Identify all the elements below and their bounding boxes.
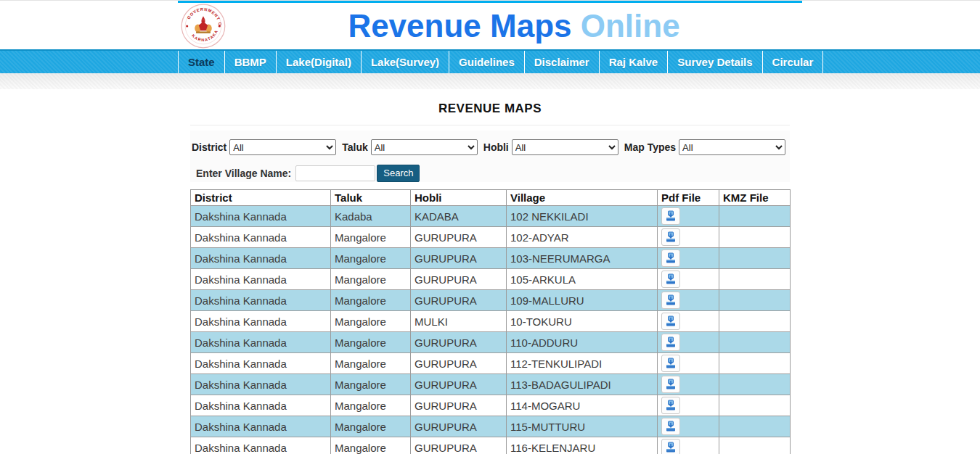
table-row: Dakshina KannadaMangaloreGURUPURA115-MUT… — [191, 416, 791, 437]
hobli-cell: KADABA — [411, 206, 507, 227]
column-header-village: Village — [507, 190, 658, 206]
village-cell: 103-NEERUMARGA — [507, 248, 658, 269]
pdf-download-icon[interactable] — [661, 271, 680, 288]
village-cell: 102-ADYAR — [507, 227, 658, 248]
kmz-file-cell — [719, 437, 791, 454]
hobli-cell: GURUPURA — [411, 374, 507, 395]
table-row: Dakshina KannadaMangaloreGURUPURA112-TEN… — [191, 353, 791, 374]
district-cell: Dakshina Kannada — [191, 290, 331, 311]
district-cell: Dakshina Kannada — [191, 206, 331, 227]
kmz-file-cell — [719, 353, 791, 374]
pdf-file-cell — [658, 374, 719, 395]
nav-item-state[interactable]: State — [178, 51, 225, 73]
pdf-file-cell — [658, 269, 719, 290]
district-cell: Dakshina Kannada — [191, 311, 331, 332]
nav-item-survey-details[interactable]: Survey Details — [668, 51, 762, 73]
table-row: Dakshina KannadaMangaloreGURUPURA102-ADY… — [191, 227, 791, 248]
nav-item-lake-digital[interactable]: Lake(Digital) — [277, 51, 362, 73]
column-header-pdf-file: Pdf File — [658, 190, 719, 206]
page-header: GOVERNMENT OF KARNATAKA Revenue Maps Onl… — [0, 1, 980, 49]
pdf-download-icon[interactable] — [661, 355, 680, 372]
pdf-download-icon[interactable] — [661, 313, 680, 330]
kmz-file-cell — [719, 395, 791, 416]
nav-item-circular[interactable]: Circular — [763, 51, 824, 73]
table-row: Dakshina KannadaMangaloreGURUPURA103-NEE… — [191, 248, 791, 269]
taluk-cell: Mangalore — [331, 353, 411, 374]
site-title-primary: Revenue Maps — [348, 8, 571, 44]
hobli-select[interactable]: All — [512, 139, 618, 155]
pdf-download-icon[interactable] — [661, 376, 680, 393]
hobli-cell: GURUPURA — [411, 332, 507, 353]
kmz-file-cell — [719, 416, 791, 437]
kmz-file-cell — [719, 311, 791, 332]
pdf-file-cell — [658, 290, 719, 311]
taluk-cell: Mangalore — [331, 395, 411, 416]
main-navbar: StateBBMPLake(Digital)Lake(Survey)Guidel… — [0, 49, 980, 73]
pdf-download-icon[interactable] — [661, 207, 680, 225]
revenue-maps-table: DistrictTalukHobliVillagePdf FileKMZ Fil… — [190, 189, 791, 454]
taluk-cell: Mangalore — [331, 311, 411, 332]
pdf-download-icon[interactable] — [661, 292, 680, 309]
hobli-cell: GURUPURA — [411, 248, 507, 269]
pdf-file-cell — [658, 311, 719, 332]
table-row: Dakshina KannadaMangaloreGURUPURA105-ARK… — [191, 269, 791, 290]
hobli-cell: GURUPURA — [411, 269, 507, 290]
village-cell: 109-MALLURU — [507, 290, 658, 311]
kmz-file-cell — [719, 290, 791, 311]
taluk-select[interactable]: All — [371, 139, 478, 155]
district-cell: Dakshina Kannada — [191, 416, 331, 437]
village-cell: 102 NEKKILADI — [507, 206, 658, 227]
pdf-download-icon[interactable] — [661, 418, 680, 435]
taluk-cell: Mangalore — [331, 416, 411, 437]
pdf-download-icon[interactable] — [661, 334, 680, 351]
table-row: Dakshina KannadaMangaloreMULKI10-TOKURU — [191, 311, 791, 332]
nav-item-raj-kalve[interactable]: Raj Kalve — [600, 51, 669, 73]
table-row: Dakshina KannadaMangaloreGURUPURA109-MAL… — [191, 290, 791, 311]
district-cell: Dakshina Kannada — [191, 374, 331, 395]
pdf-file-cell — [658, 227, 719, 248]
district-select[interactable]: All — [229, 139, 336, 155]
kmz-file-cell — [719, 269, 791, 290]
kmz-file-cell — [719, 206, 791, 227]
column-header-taluk: Taluk — [331, 190, 411, 206]
village-cell: 113-BADAGULIPADI — [507, 374, 658, 395]
column-header-district: District — [191, 190, 331, 206]
village-cell: 114-MOGARU — [507, 395, 658, 416]
table-row: Dakshina KannadaMangaloreGURUPURA110-ADD… — [191, 332, 791, 353]
pdf-file-cell — [658, 353, 719, 374]
village-cell: 112-TENKULIPADI — [507, 353, 658, 374]
pdf-file-cell — [658, 206, 719, 227]
taluk-cell: Mangalore — [331, 290, 411, 311]
pdf-download-icon[interactable] — [661, 439, 680, 454]
taluk-cell: Mangalore — [331, 374, 411, 395]
hobli-cell: GURUPURA — [411, 227, 507, 248]
taluk-cell: Kadaba — [331, 206, 411, 227]
table-header-row: DistrictTalukHobliVillagePdf FileKMZ Fil… — [191, 190, 791, 206]
district-cell: Dakshina Kannada — [191, 227, 331, 248]
site-title-secondary: Online — [581, 8, 680, 44]
village-cell: 116-KELENJARU — [507, 437, 658, 454]
title-divider — [190, 125, 790, 125]
nav-item-bbmp[interactable]: BBMP — [225, 51, 277, 73]
column-header-hobli: Hobli — [411, 190, 507, 206]
village-cell: 115-MUTTURU — [507, 416, 658, 437]
search-button[interactable]: Search — [377, 165, 420, 182]
village-name-input[interactable] — [295, 165, 375, 181]
pdf-file-cell — [658, 332, 719, 353]
pdf-download-icon[interactable] — [661, 249, 680, 267]
pdf-download-icon[interactable] — [661, 228, 680, 246]
district-cell: Dakshina Kannada — [191, 395, 331, 416]
nav-item-guidelines[interactable]: Guidelines — [449, 51, 525, 73]
taluk-cell: Mangalore — [331, 248, 411, 269]
hobli-label: Hobli — [483, 141, 509, 153]
nav-item-disclaimer[interactable]: Disclaimer — [525, 51, 600, 73]
kmz-file-cell — [719, 248, 791, 269]
village-cell: 105-ARKULA — [507, 269, 658, 290]
kmz-file-cell — [719, 374, 791, 395]
taluk-label: Taluk — [342, 141, 368, 153]
district-cell: Dakshina Kannada — [191, 269, 331, 290]
pdf-download-icon[interactable] — [661, 397, 680, 414]
map-types-select[interactable]: All — [679, 139, 785, 155]
nav-item-lake-survey[interactable]: Lake(Survey) — [362, 51, 449, 73]
district-cell: Dakshina Kannada — [191, 437, 331, 454]
